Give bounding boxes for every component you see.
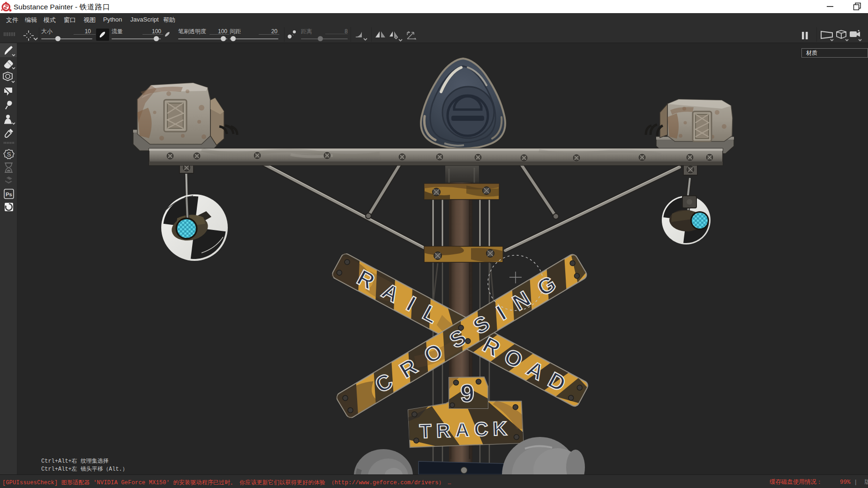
svg-text:TRACK: TRACK [419, 417, 512, 443]
svg-text:S: S [7, 151, 11, 158]
svg-text:ROAD: ROAD [479, 332, 577, 400]
svg-text:Ps: Ps [6, 192, 12, 197]
svg-text:RAIL: RAIL [353, 265, 453, 334]
svg-text:9: 9 [460, 379, 474, 407]
